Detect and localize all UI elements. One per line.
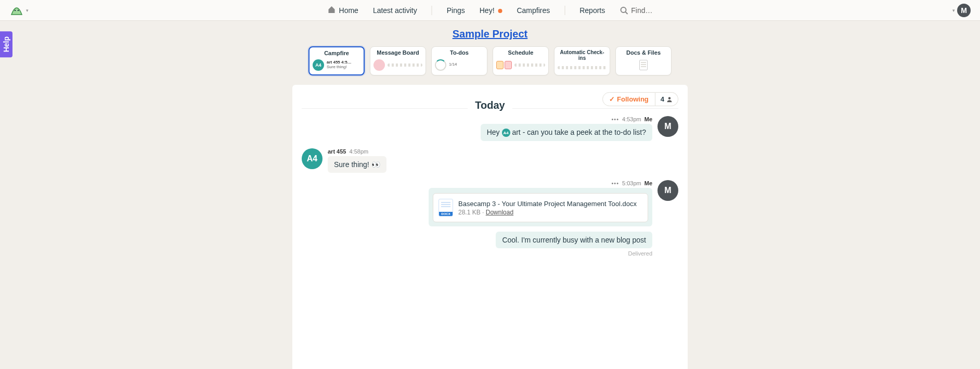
attachment-bubble: DOCX Basecamp 3 - Your Ultimate Project …	[429, 188, 652, 226]
project-header: Sample Project	[0, 21, 980, 44]
message-meta: art 455 4:58pm	[328, 148, 368, 155]
account-switcher[interactable]: ▾	[9, 4, 29, 17]
card-body	[496, 57, 545, 72]
mention-avatar: A4	[502, 129, 510, 137]
message-row: ••• 5:03pm Me DOCX Basecamp 3 - Your Ult…	[302, 180, 678, 257]
attachment-info: Basecamp 3 - Your Ultimate Project Manag…	[458, 200, 637, 216]
tool-card-message-board[interactable]: Message Board	[370, 46, 426, 75]
card-title: Automatic Check-ins	[558, 49, 607, 61]
docx-file-icon: DOCX	[439, 199, 453, 217]
message-row: A4 art 455 4:58pm Sure thing! 👀	[302, 148, 678, 173]
basecamp-logo-icon	[9, 4, 24, 17]
card-title: Schedule	[496, 49, 545, 56]
mention-name: art	[512, 128, 520, 136]
squiggle-icon	[388, 63, 422, 67]
nav-reports[interactable]: Reports	[579, 6, 605, 15]
mini-avatar: A4	[313, 59, 324, 71]
nav-campfires[interactable]: Campfires	[517, 6, 550, 15]
notification-dot-icon	[498, 9, 502, 13]
card-title: Campfire	[313, 50, 360, 56]
card-body	[373, 57, 422, 72]
tools-row: Campfire A4 art 455 4:5… Sure thing! Mes…	[0, 46, 980, 75]
tool-card-checkins[interactable]: Automatic Check-ins	[554, 46, 610, 75]
attachment-subline: 28.1 KB · Download	[458, 209, 637, 216]
campfire-panel: Today ✓ Following 4 ••• 4:53pm Me Hey A4…	[292, 85, 688, 369]
top-nav: ▾ Home Latest activity Pings Hey! Campfi…	[0, 0, 980, 21]
document-icon	[639, 60, 648, 70]
attachment-filename: Basecamp 3 - Your Ultimate Project Manag…	[458, 200, 637, 208]
tool-card-todos[interactable]: To-dos 1/14	[431, 46, 487, 75]
avatar-user[interactable]: A4	[302, 148, 323, 169]
top-nav-left: ▾	[9, 4, 29, 17]
card-title: Docs & Files	[619, 49, 668, 56]
nav-hey[interactable]: Hey!	[480, 6, 502, 15]
message-meta: ••• 4:53pm Me	[611, 116, 652, 122]
home-icon	[328, 5, 336, 15]
panel-controls: ✓ Following 4	[602, 92, 678, 106]
help-tab[interactable]: Help	[0, 31, 12, 57]
card-body: A4 art 455 4:5… Sure thing!	[313, 58, 360, 72]
message-bubble[interactable]: Sure thing! 👀	[328, 156, 386, 173]
top-nav-center: Home Latest activity Pings Hey! Campfire…	[328, 0, 653, 20]
caret-down-icon: ▾	[26, 8, 29, 13]
caret-down-icon: ▾	[952, 8, 955, 13]
message-sender: Me	[644, 180, 652, 186]
avatar-me[interactable]: M	[657, 116, 678, 137]
svg-point-4	[668, 97, 671, 99]
user-avatar-menu[interactable]: M	[957, 4, 971, 17]
card-title: To-dos	[435, 49, 484, 56]
panel-header: Today ✓ Following 4	[302, 94, 678, 109]
project-title-link[interactable]: Sample Project	[453, 28, 528, 40]
tool-card-campfire[interactable]: Campfire A4 art 455 4:5… Sure thing!	[308, 46, 365, 75]
download-link[interactable]: Download	[486, 209, 513, 216]
calendar-icon	[505, 61, 512, 69]
avatar-me[interactable]: M	[657, 180, 678, 201]
message-actions-icon[interactable]: •••	[611, 116, 619, 122]
message-time: 4:53pm	[622, 116, 641, 122]
nav-separator	[432, 6, 432, 15]
check-icon: ✓	[609, 95, 615, 103]
squiggle-icon	[558, 66, 607, 69]
svg-line-3	[625, 12, 627, 14]
nav-separator	[564, 6, 565, 15]
nav-find[interactable]: Find…	[620, 6, 652, 15]
message-column: art 455 4:58pm Sure thing! 👀	[328, 148, 386, 173]
svg-point-0	[15, 9, 16, 11]
message-bubble[interactable]: Hey A4 art - can you take a peek at the …	[481, 124, 652, 141]
tool-card-schedule[interactable]: Schedule	[493, 46, 549, 75]
nav-hey-label: Hey!	[480, 6, 495, 15]
tool-card-docs[interactable]: Docs & Files	[615, 46, 672, 75]
message-time: 5:03pm	[622, 180, 641, 186]
top-nav-right: ▾ M	[952, 4, 971, 17]
nav-find-label: Find…	[631, 6, 652, 15]
people-button[interactable]: 4	[655, 92, 678, 106]
message-bubble[interactable]: Cool. I'm currently busy with a new blog…	[496, 232, 652, 248]
message-text: Cool. I'm currently busy with a new blog…	[502, 236, 646, 244]
delivery-status: Delivered	[628, 250, 652, 257]
card-preview: art 455 4:5… Sure thing!	[327, 60, 352, 70]
following-label: Following	[617, 95, 649, 103]
nav-pings[interactable]: Pings	[447, 6, 465, 15]
message-column: ••• 5:03pm Me DOCX Basecamp 3 - Your Ult…	[429, 180, 652, 257]
message-meta: ••• 5:03pm Me	[611, 180, 652, 186]
message-actions-icon[interactable]: •••	[611, 180, 619, 186]
card-body: 1/14	[435, 57, 484, 72]
search-icon	[620, 6, 628, 15]
calendar-icons	[496, 61, 512, 69]
message-sender: art 455	[328, 148, 346, 155]
message-sender: Me	[644, 116, 652, 122]
message-text: Sure thing! 👀	[334, 160, 380, 169]
mini-avatar	[373, 59, 385, 71]
message-time: 4:58pm	[349, 148, 368, 155]
attachment-size: 28.1 KB	[458, 209, 481, 216]
message-row: ••• 4:53pm Me Hey A4 art - can you take …	[302, 116, 678, 141]
person-icon	[666, 96, 673, 103]
date-heading: Today	[468, 99, 512, 111]
following-button[interactable]: ✓ Following	[602, 92, 655, 106]
progress-ring-icon	[435, 59, 446, 71]
card-title: Message Board	[373, 49, 422, 56]
card-body	[619, 57, 668, 72]
nav-latest-activity[interactable]: Latest activity	[373, 6, 417, 15]
attachment-card[interactable]: DOCX Basecamp 3 - Your Ultimate Project …	[433, 193, 648, 222]
nav-home[interactable]: Home	[328, 5, 358, 15]
